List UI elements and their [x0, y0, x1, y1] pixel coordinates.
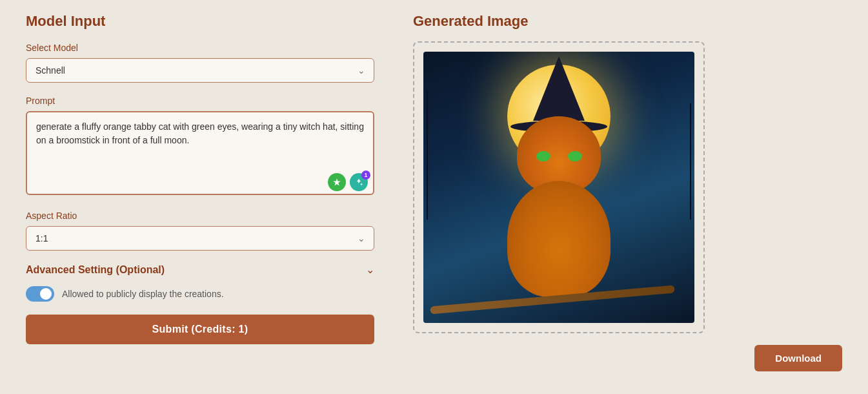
- download-row: Download: [413, 345, 842, 371]
- advanced-settings-title: Advanced Setting (Optional): [26, 264, 165, 276]
- cat-eye-left: [536, 151, 550, 161]
- prompt-textarea[interactable]: generate a fluffy orange tabby cat with …: [26, 111, 374, 195]
- toggle-label-text: Allowed to publicly display the creation…: [62, 289, 224, 299]
- main-container: Model Input Select Model Schnell Dev Pro…: [26, 13, 842, 371]
- tree-left: [427, 90, 428, 220]
- public-display-toggle[interactable]: [26, 286, 54, 302]
- left-panel: Model Input Select Model Schnell Dev Pro…: [26, 13, 374, 371]
- prompt-magic-button[interactable]: [328, 173, 346, 191]
- cat-eye-right: [568, 151, 582, 161]
- select-model-label: Select Model: [26, 43, 374, 53]
- model-input-title: Model Input: [26, 13, 374, 30]
- tree-right: [690, 103, 691, 220]
- witch-hat-cone: [533, 56, 585, 121]
- cat-body: [507, 181, 611, 297]
- aspect-ratio-wrapper: 1:1 16:9 9:16 4:3 3:4 ⌄: [26, 226, 374, 251]
- select-model-wrapper: Schnell Dev Pro ⌄: [26, 58, 374, 83]
- advanced-chevron-icon: ⌄: [366, 264, 374, 276]
- download-button[interactable]: Download: [754, 345, 842, 371]
- prompt-wrapper: generate a fluffy orange tabby cat with …: [26, 111, 374, 198]
- aspect-ratio-dropdown[interactable]: 1:1 16:9 9:16 4:3 3:4: [26, 226, 374, 251]
- select-model-dropdown[interactable]: Schnell Dev Pro: [26, 58, 374, 83]
- image-container: [413, 41, 705, 333]
- prompt-label: Prompt: [26, 96, 374, 106]
- sparkle-badge: 1: [361, 171, 370, 180]
- aspect-ratio-label: Aspect Ratio: [26, 211, 374, 221]
- prompt-icons: 1: [328, 173, 368, 191]
- toggle-slider: [26, 286, 54, 302]
- advanced-settings-header[interactable]: Advanced Setting (Optional) ⌄: [26, 264, 374, 276]
- right-panel: Generated Image: [413, 13, 842, 371]
- submit-button[interactable]: Submit (Credits: 1): [26, 315, 374, 344]
- generated-image-title: Generated Image: [413, 13, 842, 30]
- generated-image: [423, 52, 694, 323]
- toggle-row: Allowed to publicly display the creation…: [26, 286, 374, 302]
- prompt-sparkle-button[interactable]: 1: [350, 173, 368, 191]
